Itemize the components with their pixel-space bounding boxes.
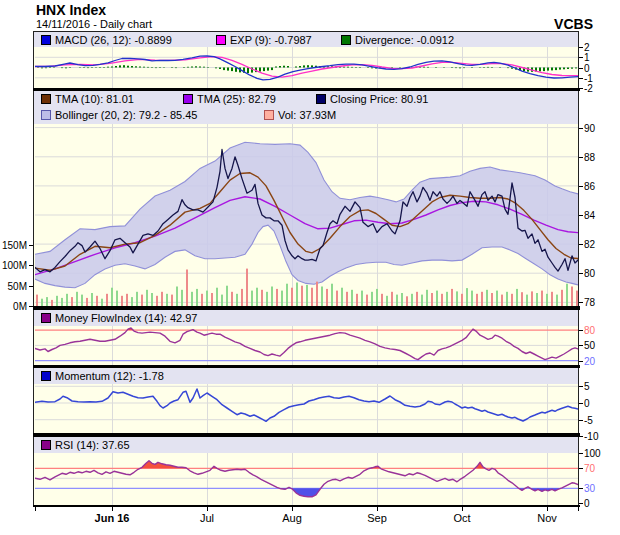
axis-tickmark	[579, 244, 583, 245]
axis-tick-label: 88	[584, 151, 595, 162]
axis-tick-label: 100M	[0, 260, 27, 271]
mfi-legend: Money FlowIndex (14): 42.97	[34, 310, 578, 326]
divergence-swatch-icon	[341, 35, 351, 45]
axis-tick-label: 50M	[0, 280, 27, 291]
axis-tickmark	[579, 345, 583, 346]
axis-tickmark	[292, 507, 293, 511]
axis-tick-label: 84	[584, 210, 595, 221]
axis-tick-label: 0	[584, 498, 590, 509]
legend-mfi: Money FlowIndex (14): 42.97	[41, 312, 197, 324]
macd-legend: MACD (26, 12): -0.8899 EXP (9): -0.7987 …	[34, 32, 578, 47]
legend-divergence: Divergence: -0.0912	[341, 34, 454, 46]
panel-separator	[33, 306, 580, 310]
axis-tick-label: 80	[584, 325, 595, 336]
panel-separator	[33, 433, 580, 437]
legend-label: MACD (26, 12): -0.8899	[55, 34, 172, 46]
axis-tick-label: 78	[584, 297, 595, 308]
momentum-plot	[35, 384, 578, 433]
axis-tick-label: 86	[584, 180, 595, 191]
axis-tick-label: Aug	[262, 512, 322, 524]
axis-tick-label: Jun 16	[82, 512, 142, 524]
legend-closing-price: Closing Price: 80.91	[316, 93, 428, 105]
axis-tickmark	[579, 78, 583, 79]
axis-tick-label: 150M	[0, 240, 27, 251]
axis-tick-label: 100	[584, 448, 601, 459]
axis-tickmark	[579, 157, 583, 158]
axis-tickmark	[579, 453, 583, 454]
brand-logo: VCBS	[554, 16, 593, 32]
axis-tickmark	[112, 507, 113, 511]
axis-tickmark	[579, 273, 583, 274]
axis-tick-label: 20	[584, 355, 595, 366]
panel-separator	[33, 88, 580, 91]
panel-separator	[33, 365, 580, 368]
axis-tick-label: 5	[584, 381, 590, 392]
legend-label: RSI (14): 37.65	[55, 439, 130, 451]
legend-bollinger: Bollinger (20, 2): 79.2 - 85.45	[41, 109, 197, 121]
axis-tickmark	[579, 57, 583, 58]
price-plot	[35, 124, 578, 306]
axis-tickmark	[547, 507, 548, 511]
legend-rsi: RSI (14): 37.65	[41, 439, 130, 451]
axis-tick-label: Oct	[432, 512, 492, 524]
legend-macd: MACD (26, 12): -0.8899	[41, 34, 172, 46]
legend-tma25: TMA (25): 82.79	[183, 93, 276, 105]
axis-tick-label: 80	[584, 268, 595, 279]
axis-tickmark	[207, 507, 208, 511]
axis-tickmark	[579, 361, 583, 362]
tma10-swatch-icon	[41, 94, 51, 104]
closing-price-swatch-icon	[316, 94, 326, 104]
axis-tickmark	[578, 507, 579, 511]
legend-label: Vol: 37.93M	[278, 109, 336, 121]
axis-tickmark	[29, 265, 33, 266]
axis-tickmark	[579, 468, 583, 469]
volume-swatch-icon	[264, 110, 274, 120]
legend-label: Money FlowIndex (14): 42.97	[55, 312, 197, 324]
axis-tick-label: -2	[584, 83, 593, 94]
tma25-swatch-icon	[183, 94, 193, 104]
legend-label: Momentum (12): -1.78	[55, 370, 164, 382]
axis-tickmark	[579, 186, 583, 187]
axis-tickmark	[579, 436, 583, 437]
axis-tickmark	[377, 507, 378, 511]
axis-tickmark	[579, 330, 583, 331]
axis-tick-label: 50	[584, 340, 595, 351]
legend-label: EXP (9): -0.7987	[230, 34, 312, 46]
legend-label: TMA (25): 82.79	[197, 93, 276, 105]
axis-tickmark	[29, 245, 33, 246]
stock-chart-page: HNX Index 14/11/2016 - Daily chart VCBS …	[0, 0, 620, 535]
axis-tick-label: Nov	[517, 512, 577, 524]
axis-tickmark	[579, 68, 583, 69]
mfi-swatch-icon	[41, 313, 51, 323]
chart-subtitle: 14/11/2016 - Daily chart	[36, 18, 152, 30]
axis-tickmark	[579, 503, 583, 504]
axis-tick-label: 90	[584, 122, 595, 133]
axis-tickmark	[579, 47, 583, 48]
page-title: HNX Index	[36, 2, 106, 18]
axis-tickmark	[579, 215, 583, 216]
rsi-plot	[35, 453, 578, 505]
axis-tick-label: 0M	[0, 301, 27, 312]
axis-tickmark	[579, 88, 583, 89]
axis-tickmark	[579, 302, 583, 303]
rsi-legend: RSI (14): 37.65	[34, 437, 578, 453]
legend-exp: EXP (9): -0.7987	[216, 34, 312, 46]
axis-tickmark	[579, 386, 583, 387]
momentum-legend: Momentum (12): -1.78	[34, 368, 578, 384]
macd-swatch-icon	[41, 35, 51, 45]
rsi-swatch-icon	[41, 440, 51, 450]
macd-plot	[35, 47, 578, 88]
axis-tickmark	[29, 286, 33, 287]
axis-tickmark	[462, 507, 463, 511]
axis-tick-label: Jul	[177, 512, 237, 524]
axis-tick-label: Sep	[347, 512, 407, 524]
legend-label: Bollinger (20, 2): 79.2 - 85.45	[55, 109, 197, 121]
axis-tick-label: 82	[584, 239, 595, 250]
axis-tickmark	[579, 488, 583, 489]
axis-tickmark	[579, 403, 583, 404]
legend-label: TMA (10): 81.01	[55, 93, 134, 105]
bollinger-swatch-icon	[41, 110, 51, 120]
axis-tickmark	[579, 420, 583, 421]
exp-swatch-icon	[216, 35, 226, 45]
legend-momentum: Momentum (12): -1.78	[41, 370, 164, 382]
